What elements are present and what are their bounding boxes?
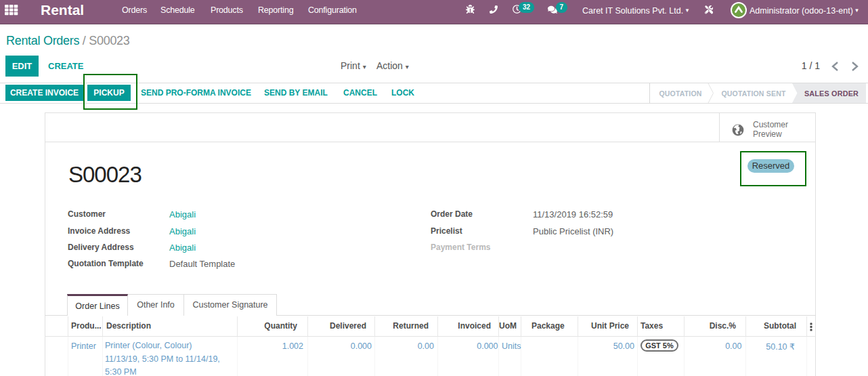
svg-text:SALES ORDER: SALES ORDER	[804, 89, 859, 98]
svg-text:QUOTATION: QUOTATION	[659, 89, 701, 98]
svg-text:QUOTATION SENT: QUOTATION SENT	[721, 89, 786, 98]
